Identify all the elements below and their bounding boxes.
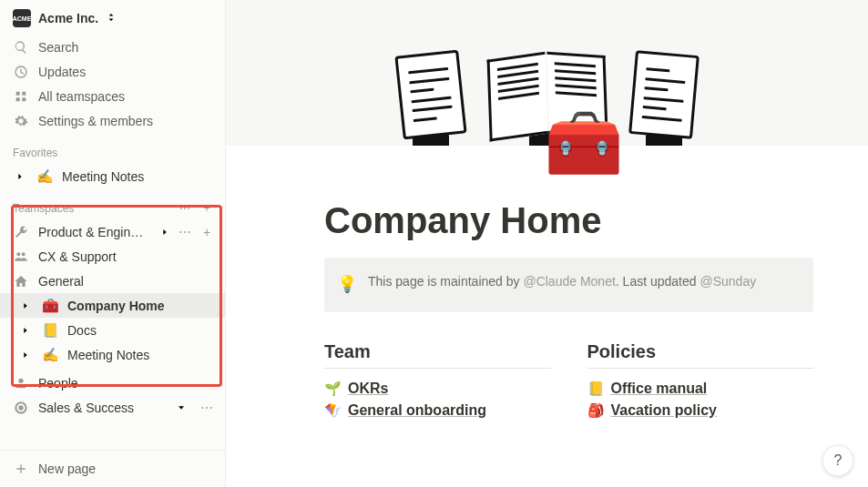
page-link-office-manual[interactable]: 📒 Office manual xyxy=(587,378,814,400)
callout-text: This page is maintained by @Claude Monet… xyxy=(368,272,756,298)
ledger-emoji-icon: 📒 xyxy=(587,380,604,397)
nav-search[interactable]: Search xyxy=(0,35,225,59)
note-emoji-icon: ✍️ xyxy=(42,347,58,363)
link-label: Office manual xyxy=(611,380,708,397)
favorite-item[interactable]: ✍️ Meeting Notes xyxy=(0,164,225,188)
teamspace-cx-support[interactable]: CX & Support xyxy=(0,244,225,269)
nav-label: Search xyxy=(38,40,216,55)
mention-date[interactable]: @Sunday xyxy=(700,274,756,289)
teamspace-label: Product & Engin… xyxy=(38,225,148,239)
teamspace-label: General xyxy=(38,274,216,289)
column-heading[interactable]: Team xyxy=(324,341,551,362)
home-icon xyxy=(13,273,29,289)
nav-people[interactable]: People xyxy=(0,370,225,395)
nav-sales-success[interactable]: Sales & Success ⋯ xyxy=(0,395,225,420)
backpack-emoji-icon: 🎒 xyxy=(587,402,604,419)
nav-label: People xyxy=(38,376,216,391)
link-label: General onboarding xyxy=(348,402,486,419)
nav-label: All teamspaces xyxy=(38,89,216,104)
teamspace-label: CX & Support xyxy=(38,249,216,264)
column-policies: Policies 📒 Office manual 🎒 Vacation poli… xyxy=(587,341,814,421)
page-meeting-notes[interactable]: ✍️ Meeting Notes xyxy=(0,342,225,367)
plus-icon[interactable]: + xyxy=(198,223,216,241)
nav-label: Settings & members xyxy=(38,114,216,128)
more-icon[interactable]: ⋯ xyxy=(176,223,194,241)
more-icon[interactable]: ⋯ xyxy=(176,199,194,218)
page-docs[interactable]: 📒 Docs xyxy=(0,318,225,342)
sidebar: ACME Acme Inc. Search Updates All teamsp… xyxy=(0,0,226,487)
plus-icon[interactable]: + xyxy=(198,199,216,218)
chevron-right-icon[interactable] xyxy=(13,172,27,181)
note-emoji-icon: ✍️ xyxy=(36,168,53,185)
nav-updates[interactable]: Updates xyxy=(0,59,225,84)
callout-block[interactable]: 💡 This page is maintained by @Claude Mon… xyxy=(324,258,813,312)
teamspaces-icon xyxy=(13,88,29,105)
nav-all-teamspaces[interactable]: All teamspaces xyxy=(0,84,225,108)
chevron-down-icon[interactable] xyxy=(174,403,189,412)
page-title[interactable]: Company Home xyxy=(324,200,813,241)
more-icon[interactable]: ⋯ xyxy=(198,399,216,417)
page-label: Meeting Notes xyxy=(67,348,216,362)
favorites-header[interactable]: Favorites xyxy=(0,142,225,164)
link-label: Vacation policy xyxy=(611,402,717,419)
group-icon xyxy=(13,249,29,265)
page-link-okrs[interactable]: 🌱 OKRs xyxy=(324,378,551,400)
teamspaces-header[interactable]: Teamspaces ⋯ + xyxy=(0,198,225,219)
link-label: OKRs xyxy=(348,380,388,397)
people-icon xyxy=(13,375,29,391)
workspace-switcher[interactable]: ACME Acme Inc. xyxy=(0,5,225,35)
help-button[interactable]: ? xyxy=(822,445,853,476)
seedling-emoji-icon: 🌱 xyxy=(324,380,341,397)
nav-label: Sales & Success xyxy=(38,401,165,415)
chevron-right-icon[interactable] xyxy=(18,301,33,310)
nav-settings[interactable]: Settings & members xyxy=(0,108,225,133)
column-team: Team 🌱 OKRs 🪁 General onboarding xyxy=(324,341,551,421)
chevron-up-down-icon xyxy=(106,11,117,25)
workspace-badge: ACME xyxy=(13,9,31,27)
search-icon xyxy=(13,39,29,56)
ledger-emoji-icon: 📒 xyxy=(42,322,58,339)
workspace-name: Acme Inc. xyxy=(38,11,98,25)
main-content: 🧰 Company Home 💡 This page is maintained… xyxy=(226,0,868,487)
chevron-right-icon[interactable] xyxy=(18,326,33,335)
column-heading[interactable]: Policies xyxy=(587,341,814,362)
bulb-icon: 💡 xyxy=(337,272,357,298)
nav-label: Updates xyxy=(38,65,216,79)
target-icon xyxy=(13,400,29,416)
teamspace-product-engineering[interactable]: Product & Engin… ⋯ + xyxy=(0,219,225,244)
page-icon[interactable]: 🧰 xyxy=(544,111,615,182)
page-link-onboarding[interactable]: 🪁 General onboarding xyxy=(324,400,551,421)
page-company-home[interactable]: 🧰 Company Home xyxy=(0,293,225,318)
teamspace-general[interactable]: General xyxy=(0,269,225,293)
kite-emoji-icon: 🪁 xyxy=(324,402,341,419)
wrench-icon xyxy=(13,224,29,240)
plus-icon xyxy=(13,461,29,477)
new-page-button[interactable]: New page xyxy=(0,451,225,487)
mention-user[interactable]: @Claude Monet xyxy=(523,274,615,289)
clock-icon xyxy=(13,64,29,80)
page-label: Company Home xyxy=(67,299,216,313)
chevron-right-icon[interactable] xyxy=(18,350,33,360)
new-page-label: New page xyxy=(38,462,216,476)
page-label: Docs xyxy=(67,323,216,338)
toolbox-emoji-icon: 🧰 xyxy=(42,298,58,314)
chevron-right-icon[interactable] xyxy=(158,223,172,241)
gear-icon xyxy=(13,113,29,129)
page-link-vacation-policy[interactable]: 🎒 Vacation policy xyxy=(587,400,814,421)
favorite-label: Meeting Notes xyxy=(62,169,216,184)
